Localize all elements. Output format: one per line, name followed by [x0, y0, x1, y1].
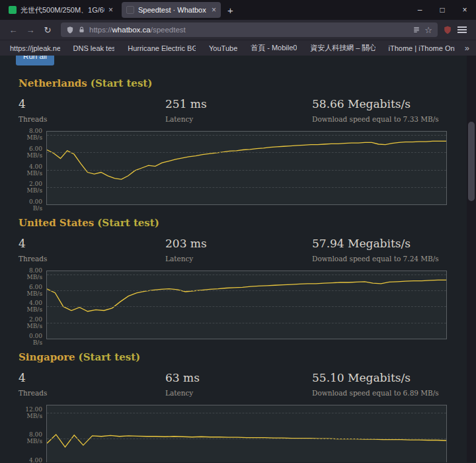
speed-chart-united-states: 8.00 MB/s6.00 MB/s4.00 MB/s2.00 MB/s0.00… [19, 271, 447, 339]
lock-icon[interactable] [78, 26, 85, 34]
window-controls: – □ × [409, 0, 476, 20]
speed-sub-label: Download speed equal to 7.33 MB/s [312, 115, 467, 123]
tab-favicon [126, 6, 134, 14]
threads-label: Threads [19, 389, 165, 397]
speed-value: 58.66 Megabits/s [312, 97, 467, 110]
section-singapore: Singapore(Start test) 4Threads 63 msLate… [0, 351, 467, 462]
scrollbar-thumb[interactable] [468, 122, 475, 201]
latency-value: 251 ms [165, 97, 312, 110]
url-text[interactable]: https://whatbox.ca/speedtest [89, 26, 409, 34]
threads-value: 4 [19, 97, 165, 110]
tab-close-icon[interactable]: × [212, 5, 216, 15]
start-test-link[interactable]: (Start test) [79, 351, 141, 363]
latency-label: Latency [165, 255, 312, 263]
bookmark-mobile01[interactable]: 首頁 - Mobile01 [247, 43, 297, 53]
country-name: Netherlands [19, 77, 87, 89]
bookmark-label: iThome | iThome Onl… [389, 44, 455, 52]
section-netherlands: Netherlands(Start test) 4Threads 251 msL… [0, 77, 467, 205]
bookmark-dns-leak-test[interactable]: DNS leak test [70, 44, 115, 52]
browser-window: 光世代500M/250M、1G/600M… × Speedtest · What… [0, 0, 476, 462]
url-bar[interactable]: https://whatbox.ca/speedtest ☆ [61, 22, 438, 37]
latency-label: Latency [165, 115, 312, 123]
url-path: /speedtest [151, 26, 186, 34]
stats-row: 4Threads 251 msLatency 58.66 Megabits/sD… [19, 97, 467, 123]
chart-line [47, 271, 446, 339]
section-heading: Netherlands(Start test) [19, 77, 467, 89]
bookmark-star-icon[interactable]: ☆ [424, 25, 432, 35]
speed-chart-singapore: 12.00 MB/s8.00 MB/s4.00 MB/s [19, 405, 447, 462]
navigation-bar: ← → ↻ https://whatbox.ca/speedtest ☆ [0, 20, 476, 40]
reload-button[interactable]: ↻ [40, 25, 56, 35]
latency-value: 203 ms [165, 237, 312, 250]
page-content: Run all Netherlands(Start test) 4Threads… [0, 56, 476, 462]
latency-value: 63 ms [165, 371, 312, 384]
menu-icon[interactable] [457, 26, 467, 33]
speed-value: 55.10 Megabits/s [312, 371, 467, 384]
section-heading: United States(Start test) [19, 217, 467, 229]
country-name: Singapore [19, 351, 75, 363]
speed-value: 57.94 Megabits/s [312, 237, 467, 250]
page-scrollbar[interactable] [467, 56, 476, 462]
bookmark-hurricane-electric[interactable]: Hurricane Electric BG… [124, 44, 196, 52]
bookmark-youtube[interactable]: YouTube [206, 44, 237, 52]
start-test-link[interactable]: (Start test) [97, 217, 159, 229]
forward-button[interactable]: → [22, 25, 38, 35]
bookmark-label: DNS leak test [73, 44, 115, 52]
run-all-clip: Run all [16, 56, 54, 65]
latency-label: Latency [165, 389, 312, 397]
speed-chart-netherlands: 8.00 MB/s6.00 MB/s4.00 MB/s2.00 MB/s0.00… [19, 131, 447, 205]
url-prefix: https:// [89, 26, 112, 34]
bookmark-label: https://jpleak.net/ [10, 44, 60, 52]
chart-line [47, 405, 446, 462]
bookmark-jpleak[interactable]: https://jpleak.net/ [7, 44, 60, 52]
back-button[interactable]: ← [5, 25, 21, 35]
stats-row: 4Threads 63 msLatency 55.10 Megabits/sDo… [19, 371, 467, 397]
tab-title: 光世代500M/250M、1G/600M… [20, 5, 104, 15]
bookmark-security-news[interactable]: 資安人科技網 – 關心… [307, 43, 375, 53]
new-tab-button[interactable]: + [227, 5, 233, 16]
speed-sub-label: Download speed equal to 6.89 MB/s [312, 389, 467, 397]
bookmarks-overflow-chevron[interactable]: » [465, 43, 469, 53]
chart-plot [46, 131, 447, 205]
chart-plot [46, 271, 447, 339]
minimize-button[interactable]: – [409, 0, 431, 20]
tab-close-icon[interactable]: × [108, 5, 113, 15]
country-name: United States [19, 217, 94, 229]
stats-row: 4Threads 203 msLatency 57.94 Megabits/sD… [19, 237, 467, 263]
tab-bar: 光世代500M/250M、1G/600M… × Speedtest · What… [0, 0, 476, 20]
section-heading: Singapore(Start test) [19, 351, 467, 363]
reader-view-icon[interactable] [413, 26, 420, 34]
run-all-button[interactable]: Run all [16, 56, 54, 65]
maximize-button[interactable]: □ [431, 0, 454, 20]
chart-plot [46, 405, 447, 462]
adblock-shield-icon[interactable] [443, 25, 452, 35]
tab-favicon [9, 6, 17, 14]
tab-title: Speedtest · Whatbox [138, 6, 208, 14]
section-united-states: United States(Start test) 4Threads 203 m… [0, 217, 467, 339]
start-test-link[interactable]: (Start test) [91, 77, 153, 89]
bookmark-label: 資安人科技網 – 關心… [310, 43, 375, 53]
bookmarks-bar: https://jpleak.net/ DNS leak test Hurric… [0, 40, 476, 56]
threads-value: 4 [19, 371, 165, 384]
url-host: whatbox.ca [112, 26, 151, 34]
speed-sub-label: Download speed equal to 7.24 MB/s [312, 255, 467, 263]
close-button[interactable]: × [454, 0, 476, 20]
threads-label: Threads [19, 115, 165, 123]
threads-value: 4 [19, 237, 165, 250]
bookmark-label: Hurricane Electric BG… [128, 44, 196, 52]
tab-mobile01[interactable]: 光世代500M/250M、1G/600M… × [4, 2, 118, 18]
threads-label: Threads [19, 255, 165, 263]
bookmark-label: 首頁 - Mobile01 [251, 43, 297, 53]
bookmark-label: YouTube [209, 44, 237, 52]
chart-line [47, 132, 446, 204]
tracking-protection-shield-icon[interactable] [66, 26, 74, 34]
tab-speedtest-whatbox[interactable]: Speedtest · Whatbox × [122, 2, 221, 18]
bookmark-ithome[interactable]: iThome | iThome Onl… [385, 44, 455, 52]
